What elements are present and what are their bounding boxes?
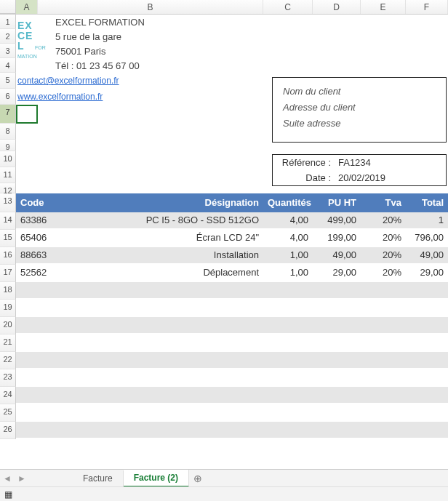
row-header-25[interactable]: 25: [0, 404, 16, 422]
row-header-3[interactable]: 3: [0, 44, 16, 58]
row-header-10[interactable]: 10: [0, 151, 16, 167]
cell-code[interactable]: 65406: [16, 230, 60, 246]
reference-label: Référence :: [273, 155, 335, 170]
cell-selection: [16, 105, 38, 124]
table-row-empty[interactable]: [16, 369, 448, 385]
row-header-26[interactable]: 26: [0, 422, 16, 439]
row-header-11[interactable]: 11: [0, 167, 16, 183]
cell-code[interactable]: 63386: [16, 212, 60, 228]
table-row[interactable]: 88663 Installation 1,00 49,00 20% 49,00: [16, 247, 448, 263]
cell-tva[interactable]: 20%: [361, 265, 406, 281]
cell-tva[interactable]: 20%: [361, 212, 406, 228]
row-header-20[interactable]: 20: [0, 317, 16, 334]
cell-tva[interactable]: 20%: [361, 230, 406, 246]
row-header-1[interactable]: 1: [0, 15, 16, 29]
company-email-link[interactable]: contact@excelformation.fr: [17, 76, 119, 86]
th-pu[interactable]: PU HT: [313, 193, 361, 212]
col-header-E[interactable]: E: [361, 0, 406, 14]
company-address2: 75001 Paris: [55, 46, 105, 57]
row-header-16[interactable]: 16: [0, 247, 16, 265]
table-row-empty[interactable]: [16, 282, 448, 298]
tab-nav-next[interactable]: ►: [15, 470, 29, 486]
cell-pu[interactable]: 29,00: [313, 265, 361, 281]
cell-code[interactable]: 88663: [16, 247, 60, 263]
row-header-6[interactable]: 6: [0, 89, 16, 105]
company-tel: Tél : 01 23 45 67 00: [55, 60, 140, 71]
cell-code[interactable]: 52562: [16, 265, 60, 281]
client-name: Nom du client: [283, 84, 436, 100]
cell-designation[interactable]: Installation: [60, 247, 263, 263]
col-header-A[interactable]: A: [16, 0, 38, 14]
row-header-12[interactable]: 12: [0, 183, 16, 193]
th-code[interactable]: Code: [16, 193, 60, 212]
col-header-F[interactable]: F: [406, 0, 448, 14]
row-header-13[interactable]: 13: [0, 193, 16, 212]
company-address1: 5 rue de la gare: [55, 31, 121, 42]
chevron-right-icon: ►: [17, 473, 26, 484]
cell-total[interactable]: 49,00: [406, 247, 448, 263]
th-qty[interactable]: Quantités: [263, 193, 313, 212]
row-header-7[interactable]: 7: [0, 105, 16, 124]
row-header-19[interactable]: 19: [0, 300, 16, 317]
cell-total[interactable]: 1 996,00: [406, 212, 448, 228]
th-tva[interactable]: Tva: [361, 193, 406, 212]
company-website-link[interactable]: www.excelformation.fr: [17, 92, 103, 102]
row-header-23[interactable]: 23: [0, 369, 16, 387]
company-name: EXCEL FORMATION: [55, 17, 145, 28]
select-all-corner[interactable]: [0, 0, 16, 14]
col-header-D[interactable]: D: [313, 0, 361, 14]
record-macro-icon[interactable]: ▦: [4, 489, 12, 500]
svg-text:FOR: FOR: [35, 45, 46, 50]
row-header-24[interactable]: 24: [0, 387, 16, 404]
sheet-tabs-bar: ◄ ► Facture Facture (2) ⊕: [0, 469, 448, 486]
table-row-empty[interactable]: [16, 317, 448, 333]
sheet-tab-facture-2[interactable]: Facture (2): [124, 470, 189, 487]
row-headers: 1 2 3 4 5 6 7 8 9 10 11 12 13 14 15 16 1…: [0, 15, 16, 473]
chevron-left-icon: ◄: [3, 473, 12, 484]
svg-text:MATION: MATION: [17, 54, 37, 59]
table-row-empty[interactable]: [16, 300, 448, 316]
table-row-empty[interactable]: [16, 352, 448, 368]
table-row[interactable]: 52562 Déplacement 1,00 29,00 20% 29,00: [16, 265, 448, 281]
sheet-tab-facture[interactable]: Facture: [73, 470, 124, 486]
cell-qty[interactable]: 4,00: [263, 212, 313, 228]
cell-qty[interactable]: 1,00: [263, 265, 313, 281]
cell-total[interactable]: 29,00: [406, 265, 448, 281]
table-row-empty[interactable]: [16, 334, 448, 350]
row-header-15[interactable]: 15: [0, 230, 16, 247]
table-row-empty[interactable]: [16, 404, 448, 420]
col-header-B[interactable]: B: [38, 0, 263, 14]
col-header-C[interactable]: C: [263, 0, 313, 14]
cell-pu[interactable]: 199,00: [313, 230, 361, 246]
cell-qty[interactable]: 4,00: [263, 230, 313, 246]
row-header-17[interactable]: 17: [0, 265, 16, 282]
cell-pu[interactable]: 49,00: [313, 247, 361, 263]
add-sheet-button[interactable]: ⊕: [189, 473, 207, 484]
cell-designation[interactable]: PC I5 - 8GO - SSD 512GO: [60, 212, 263, 228]
cell-total[interactable]: 796,00: [406, 230, 448, 246]
row-header-21[interactable]: 21: [0, 334, 16, 352]
row-header-14[interactable]: 14: [0, 212, 16, 230]
table-row-empty[interactable]: [16, 387, 448, 403]
th-designation[interactable]: Désignation: [60, 193, 263, 212]
cell-qty[interactable]: 1,00: [263, 247, 313, 263]
table-row[interactable]: 65406 Écran LCD 24" 4,00 199,00 20% 796,…: [16, 230, 448, 246]
row-header-8[interactable]: 8: [0, 124, 16, 140]
table-row[interactable]: 63386 PC I5 - 8GO - SSD 512GO 4,00 499,0…: [16, 212, 448, 228]
row-header-22[interactable]: 22: [0, 352, 16, 369]
th-total[interactable]: Total: [406, 193, 448, 212]
tab-nav-prev[interactable]: ◄: [0, 470, 15, 486]
worksheet-area[interactable]: EX CE L FOR MATION EXCEL FORMATION 5 rue…: [16, 15, 448, 473]
table-row-empty[interactable]: [16, 422, 448, 438]
cell-designation[interactable]: Écran LCD 24": [60, 230, 263, 246]
plus-circle-icon: ⊕: [193, 473, 202, 484]
row-header-5[interactable]: 5: [0, 73, 16, 89]
cell-designation[interactable]: Déplacement: [60, 265, 263, 281]
row-header-2[interactable]: 2: [0, 29, 16, 44]
cell-pu[interactable]: 499,00: [313, 212, 361, 228]
client-address1: Adresse du client: [283, 100, 436, 116]
row-header-4[interactable]: 4: [0, 58, 16, 73]
row-header-18[interactable]: 18: [0, 282, 16, 300]
cell-tva[interactable]: 20%: [361, 247, 406, 263]
row-header-9[interactable]: 9: [0, 140, 16, 151]
